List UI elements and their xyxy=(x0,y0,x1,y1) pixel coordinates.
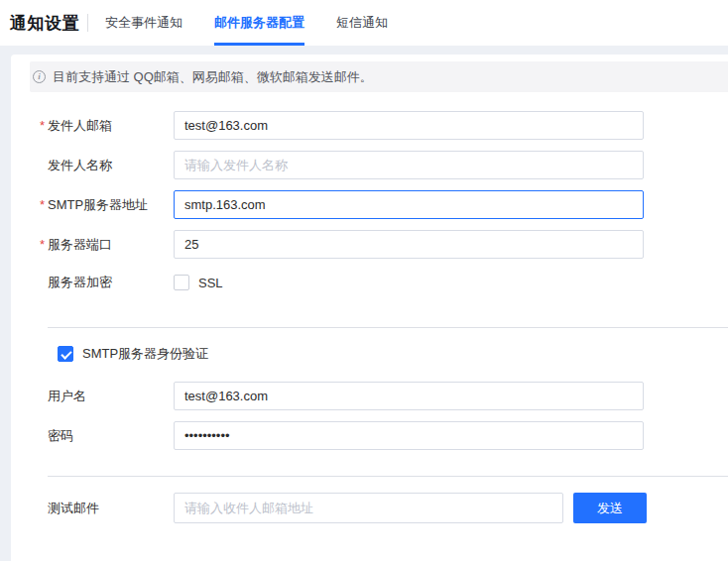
smtp-auth-checkbox[interactable] xyxy=(58,346,73,362)
ssl-checkbox[interactable] xyxy=(174,275,189,290)
sender-name-row: 发件人名称 xyxy=(40,151,728,179)
tab-bar: 安全事件通知 邮件服务器配置 短信通知 xyxy=(89,0,404,46)
required-marker: * xyxy=(40,237,48,252)
server-encryption-label-text: 服务器加密 xyxy=(48,274,112,291)
ssl-checkbox-label: SSL xyxy=(198,276,223,290)
password-input[interactable] xyxy=(174,421,644,450)
tab-mail-server-config[interactable]: 邮件服务器配置 xyxy=(198,0,320,46)
required-marker: * xyxy=(40,118,48,133)
smtp-auth-label: SMTP服务器身份验证 xyxy=(82,345,208,363)
username-input[interactable] xyxy=(174,382,644,410)
server-port-row: * 服务器端口 xyxy=(40,230,728,259)
password-label-text: 密码 xyxy=(48,427,73,445)
username-row: 用户名 xyxy=(40,382,728,410)
page-header: 通知设置 安全事件通知 邮件服务器配置 短信通知 xyxy=(0,0,728,46)
test-email-input[interactable] xyxy=(174,493,563,523)
server-port-label-text: 服务器端口 xyxy=(48,236,112,254)
sender-email-label-text: 发件人邮箱 xyxy=(48,117,112,135)
info-banner-text: 目前支持通过 QQ邮箱、网易邮箱、微软邮箱发送邮件。 xyxy=(53,68,373,86)
sender-name-input[interactable] xyxy=(174,151,644,179)
test-email-row: 测试邮件 发送 xyxy=(40,493,728,523)
username-label: 用户名 xyxy=(40,388,174,405)
sender-email-input[interactable] xyxy=(174,111,644,140)
username-label-text: 用户名 xyxy=(48,388,86,405)
server-encryption-label: 服务器加密 xyxy=(40,274,174,291)
sender-email-row: * 发件人邮箱 xyxy=(40,111,728,140)
send-button[interactable]: 发送 xyxy=(573,493,647,523)
section-divider xyxy=(48,476,728,477)
server-port-input[interactable] xyxy=(174,230,644,259)
sender-name-label: 发件人名称 xyxy=(40,157,174,174)
info-banner: i 目前支持通过 QQ邮箱、网易邮箱、微软邮箱发送邮件。 xyxy=(30,61,728,92)
smtp-address-label: * SMTP服务器地址 xyxy=(40,196,174,214)
server-port-label: * 服务器端口 xyxy=(40,236,174,254)
header-divider xyxy=(87,14,88,32)
smtp-address-label-text: SMTP服务器地址 xyxy=(48,196,148,214)
password-label: 密码 xyxy=(40,427,174,445)
test-email-label: 测试邮件 xyxy=(40,500,174,517)
tab-security-event-notification[interactable]: 安全事件通知 xyxy=(89,0,198,46)
sender-email-label: * 发件人邮箱 xyxy=(40,117,174,135)
page-title: 通知设置 xyxy=(10,12,79,35)
smtp-address-row: * SMTP服务器地址 xyxy=(40,190,728,219)
server-encryption-row: 服务器加密 SSL xyxy=(40,270,728,295)
password-row: 密码 xyxy=(40,421,728,450)
section-divider xyxy=(48,327,728,328)
test-email-label-text: 测试邮件 xyxy=(48,500,99,517)
content-card: i 目前支持通过 QQ邮箱、网易邮箱、微软邮箱发送邮件。 * 发件人邮箱 发件人… xyxy=(11,55,728,561)
required-marker: * xyxy=(40,197,48,212)
mail-server-form: * 发件人邮箱 发件人名称 * SMTP服务器地址 * 服务器端 xyxy=(11,92,728,523)
tab-sms-notification[interactable]: 短信通知 xyxy=(320,0,404,46)
sender-name-label-text: 发件人名称 xyxy=(48,157,112,174)
info-circle-icon: i xyxy=(33,70,46,83)
smtp-auth-row: SMTP服务器身份验证 xyxy=(58,345,728,363)
smtp-address-input[interactable] xyxy=(174,190,644,219)
